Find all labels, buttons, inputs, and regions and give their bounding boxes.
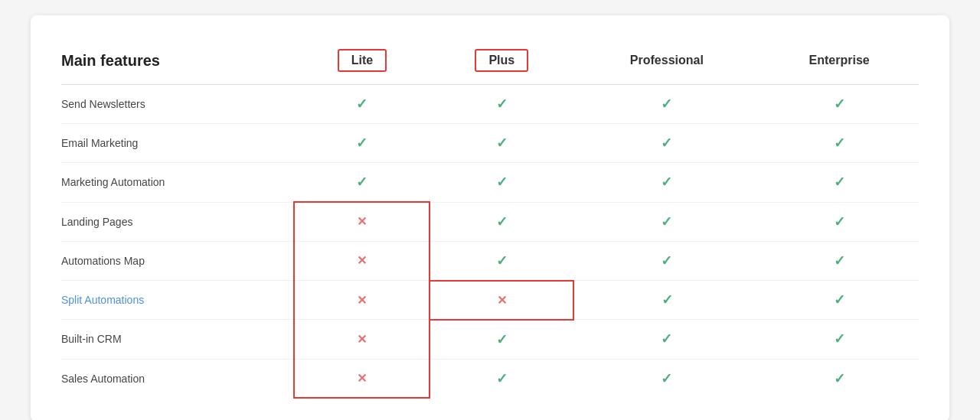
check-icon: ✓ (496, 332, 508, 347)
plus-cell: ✓ (430, 163, 573, 203)
table-row: Email Marketing✓✓✓✓ (61, 124, 919, 163)
lite-cell: ✓ (294, 163, 430, 203)
comparison-card: Main features Lite Plus Professional Ent… (31, 15, 949, 420)
lite-header: Lite (294, 38, 430, 85)
table-row: Built-in CRM✕✓✓✓ (61, 320, 919, 360)
check-icon: ✓ (661, 96, 672, 112)
lite-cell: ✓ (294, 124, 430, 163)
check-icon: ✓ (496, 174, 508, 190)
main-features-header: Main features (61, 38, 294, 85)
professional-cell: ✓ (573, 241, 760, 281)
feature-name: Automations Map (61, 241, 294, 281)
cross-icon: ✕ (357, 294, 367, 307)
professional-cell: ✓ (573, 320, 760, 360)
plus-cell: ✓ (430, 320, 573, 360)
check-icon: ✓ (661, 331, 672, 347)
check-icon: ✓ (496, 135, 508, 151)
check-icon: ✓ (496, 96, 508, 112)
professional-cell: ✓ (573, 281, 760, 320)
lite-cell: ✕ (294, 320, 430, 360)
enterprise-cell: ✓ (760, 281, 919, 320)
check-icon: ✓ (661, 174, 672, 190)
check-icon: ✓ (834, 214, 845, 230)
enterprise-cell: ✓ (760, 241, 919, 281)
feature-name: Marketing Automation (61, 163, 294, 203)
lite-cell: ✕ (294, 281, 430, 320)
plus-cell: ✓ (430, 241, 573, 281)
feature-name: Send Newsletters (61, 85, 294, 124)
check-icon: ✓ (834, 135, 845, 151)
professional-header: Professional (573, 38, 760, 85)
lite-cell: ✕ (294, 241, 430, 281)
table-row: Send Newsletters✓✓✓✓ (61, 85, 919, 124)
check-icon: ✓ (496, 253, 508, 269)
enterprise-cell: ✓ (760, 320, 919, 360)
enterprise-header: Enterprise (760, 38, 919, 85)
check-icon: ✓ (834, 96, 845, 112)
feature-name[interactable]: Split Automations (61, 281, 294, 320)
plus-cell: ✓ (430, 202, 573, 241)
check-icon: ✓ (356, 174, 368, 190)
lite-cell: ✕ (294, 359, 430, 398)
cross-icon: ✕ (497, 294, 507, 307)
feature-name: Built-in CRM (61, 320, 294, 360)
check-icon: ✓ (356, 135, 368, 151)
check-icon: ✓ (661, 135, 672, 151)
cross-icon: ✕ (357, 372, 367, 385)
check-icon: ✓ (661, 214, 672, 230)
table-row: Automations Map✕✓✓✓ (61, 241, 919, 281)
check-icon: ✓ (834, 371, 845, 386)
feature-name: Landing Pages (61, 202, 294, 241)
check-icon: ✓ (661, 371, 672, 386)
lite-cell: ✕ (294, 202, 430, 241)
feature-name: Sales Automation (61, 359, 294, 398)
check-icon: ✓ (661, 253, 672, 269)
check-icon: ✓ (356, 96, 368, 112)
check-icon: ✓ (834, 174, 845, 190)
comparison-table: Main features Lite Plus Professional Ent… (61, 38, 919, 399)
plus-header-box: Plus (475, 49, 528, 72)
professional-cell: ✓ (573, 85, 760, 124)
enterprise-cell: ✓ (760, 85, 919, 124)
cross-icon: ✕ (357, 254, 367, 267)
check-icon: ✓ (834, 331, 845, 347)
check-icon: ✓ (834, 253, 845, 269)
feature-name: Email Marketing (61, 124, 294, 163)
plus-cell: ✓ (430, 124, 573, 163)
professional-cell: ✓ (573, 359, 760, 398)
table-row: Marketing Automation✓✓✓✓ (61, 163, 919, 203)
professional-cell: ✓ (573, 202, 760, 241)
professional-cell: ✓ (573, 163, 760, 203)
plus-header: Plus (430, 38, 573, 85)
cross-icon: ✕ (357, 333, 367, 346)
table-row: Split Automations✕✕✓✓ (61, 281, 919, 320)
lite-header-box: Lite (338, 49, 387, 72)
plus-cell: ✓ (430, 359, 573, 398)
professional-cell: ✓ (573, 124, 760, 163)
cross-icon: ✕ (357, 215, 367, 228)
feature-link[interactable]: Split Automations (61, 294, 144, 306)
lite-cell: ✓ (294, 85, 430, 124)
check-icon: ✓ (662, 292, 673, 308)
check-icon: ✓ (496, 214, 508, 230)
enterprise-cell: ✓ (760, 359, 919, 398)
table-row: Sales Automation✕✓✓✓ (61, 359, 919, 398)
check-icon: ✓ (834, 292, 845, 308)
enterprise-cell: ✓ (760, 124, 919, 163)
plus-cell: ✓ (430, 85, 573, 124)
plus-cell: ✕ (430, 281, 573, 320)
enterprise-cell: ✓ (760, 163, 919, 203)
check-icon: ✓ (496, 371, 508, 386)
enterprise-cell: ✓ (760, 202, 919, 241)
table-row: Landing Pages✕✓✓✓ (61, 202, 919, 241)
